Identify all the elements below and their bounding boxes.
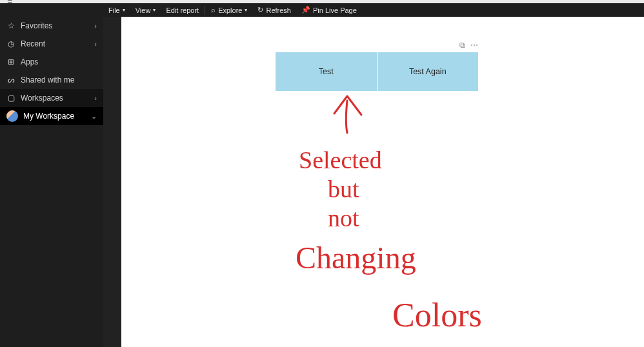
svg-text:but: but xyxy=(328,175,359,203)
sidebar-item-recent[interactable]: ◷ Recent › xyxy=(0,35,103,53)
slicer-option-test[interactable]: Test xyxy=(276,52,377,91)
svg-text:Selected: Selected xyxy=(299,146,382,174)
pin-live-page-button[interactable]: 📌 Pin Live Page xyxy=(296,3,362,17)
explore-icon: ⌕ xyxy=(211,6,216,14)
nav-sidebar: ☆ Favorites › ◷ Recent › ⊞ Apps ᔕ Shared… xyxy=(0,17,103,347)
explore-label: Explore xyxy=(218,6,242,14)
clock-icon: ◷ xyxy=(6,39,15,48)
apps-icon: ⊞ xyxy=(6,57,15,66)
explore-menu[interactable]: ⌕ Explore ▾ xyxy=(206,3,252,17)
sidebar-label: Workspaces xyxy=(21,94,89,103)
chevron-down-icon: ▾ xyxy=(245,7,247,13)
svg-text:Changing: Changing xyxy=(296,241,416,275)
avatar xyxy=(6,110,18,122)
edit-report-label: Edit report xyxy=(166,6,199,14)
sidebar-item-favorites[interactable]: ☆ Favorites › xyxy=(0,17,103,35)
svg-text:Colors: Colors xyxy=(392,297,482,333)
slicer-option-label: Test Again xyxy=(409,67,447,76)
file-label: File xyxy=(108,6,120,14)
refresh-icon: ↻ xyxy=(257,6,263,14)
report-canvas-area: ⧉ ⋯ Test Test Again xyxy=(103,17,644,347)
star-icon: ☆ xyxy=(6,21,15,30)
chevron-down-icon: ▾ xyxy=(153,7,156,13)
sidebar-label: Shared with me xyxy=(21,75,97,84)
slicer-visual: Test Test Again xyxy=(276,52,478,91)
toolbar-separator xyxy=(205,6,205,15)
sidebar-item-my-workspace[interactable]: My Workspace ⌄ xyxy=(0,107,103,125)
workspace-icon: ▢ xyxy=(6,94,15,103)
sidebar-item-shared[interactable]: ᔕ Shared with me xyxy=(0,71,103,89)
refresh-button[interactable]: ↻ Refresh xyxy=(252,3,296,17)
refresh-label: Refresh xyxy=(266,6,291,14)
report-toolbar: File ▾ View ▾ Edit report ⌕ Explore ▾ ↻ … xyxy=(0,3,644,17)
view-menu[interactable]: View ▾ xyxy=(130,3,161,17)
visual-header: ⧉ ⋯ xyxy=(276,41,478,51)
edit-report-button[interactable]: Edit report xyxy=(161,3,204,17)
chevron-down-icon: ⌄ xyxy=(91,112,97,121)
file-menu[interactable]: File ▾ xyxy=(103,3,130,17)
sidebar-item-workspaces[interactable]: ▢ Workspaces › xyxy=(0,89,103,107)
focus-mode-icon[interactable]: ⧉ xyxy=(459,41,465,51)
chevron-right-icon: › xyxy=(94,94,97,102)
chevron-right-icon: › xyxy=(94,40,97,48)
chevron-down-icon: ▾ xyxy=(123,7,125,13)
view-label: View xyxy=(136,6,151,14)
sidebar-label: My Workspace xyxy=(23,112,86,121)
pin-live-label: Pin Live Page xyxy=(313,6,357,14)
chevron-right-icon: › xyxy=(94,22,97,30)
slicer-option-test-again[interactable]: Test Again xyxy=(377,52,479,91)
share-icon: ᔕ xyxy=(6,75,15,84)
report-canvas[interactable]: ⧉ ⋯ Test Test Again xyxy=(121,17,644,347)
sidebar-item-apps[interactable]: ⊞ Apps xyxy=(0,53,103,71)
slicer-option-label: Test xyxy=(319,67,334,76)
sidebar-label: Recent xyxy=(21,39,89,48)
canvas-gutter xyxy=(103,17,121,347)
pin-icon: 📌 xyxy=(301,6,310,14)
svg-text:not: not xyxy=(328,204,359,232)
sidebar-label: Favorites xyxy=(21,21,89,30)
sidebar-label: Apps xyxy=(21,57,97,66)
more-options-icon[interactable]: ⋯ xyxy=(470,41,478,51)
